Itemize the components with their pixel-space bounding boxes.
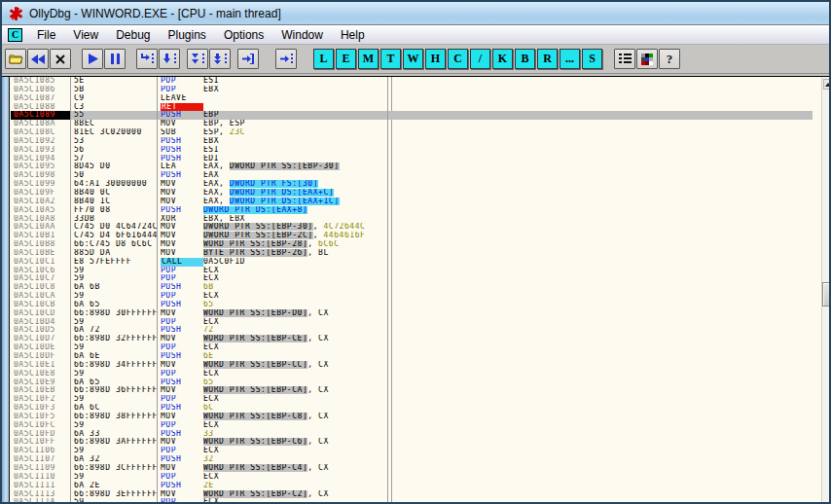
menu-item-file[interactable]: File [28,26,64,44]
disassembly-row[interactable]: 0A5C10FD6A 33PUSH33 [11,430,813,439]
disassembly-row[interactable]: 0A5C111366:898D 3EFFFFFFMOVWORD PTR SS:[… [11,490,813,499]
disassembly-row[interactable]: 0A5C10DE59POPECX [11,343,813,352]
disassembly-row[interactable]: 0A5C10B1C745 D4 6F616444MOVDWORD PTR SS:… [11,232,813,240]
row-operand: , CX [307,413,328,420]
disassembly-row[interactable]: 0A5C10CA59POPECX [11,292,813,301]
disassembly-row[interactable]: 0A5C108C81EC 3C020000SUBESP, 23C [11,128,813,137]
disassembly-row[interactable]: 0A5C10B866:C745 D8 6C6CMOVWORD PTR SS:[E… [11,240,813,249]
disassembly-row[interactable]: 0A5C10E166:898D 34FFFFFFMOVWORD PTR SS:[… [11,361,813,370]
windows-list-button[interactable] [614,49,635,69]
disassembly-row[interactable]: 0A5C10C659POPECX [11,267,813,275]
disassembly-row[interactable]: 0A5C10865BPOPEBX [11,86,813,94]
disassembly-row[interactable]: 0A5C108A8BECMOVEBP, ESP [11,120,813,128]
pause-button[interactable] [104,49,126,69]
disassembly-row[interactable]: 0A5C110966:898D 3CFFFFFFMOVWORD PTR SS:[… [11,464,813,473]
help-button[interactable]: ? [659,49,680,69]
scroll-up-button[interactable] [823,79,831,90]
disassembly-row[interactable]: 0A5C109964:A1 30000000MOVEAX, DWORD PTR … [11,180,813,189]
disassembly-row[interactable]: 0A5C10E859POPECX [11,370,813,378]
disassembly-row[interactable]: 0A5C10F259POPECX [11,395,813,404]
row-operand: 23C [230,128,245,136]
panel-button-L[interactable]: L [313,49,334,69]
disassembly-row[interactable]: 0A5C109457PUSHEDI [11,155,813,163]
disassembly-row[interactable]: 0A5C10855EPOPESI [11,77,813,86]
disassembly-row[interactable]: 0A5C10DF6A 6EPUSH6E [11,352,813,361]
disassembly-row[interactable]: 0A5C111059POPECX [11,473,813,482]
disassembly-row[interactable]: 0A5C10FC59POPECX [11,421,813,430]
row-hex-dump: 81EC 3C020000 [71,128,158,137]
disassembly-row[interactable]: 0A5C109F8B40 0CMOVEAX, DWORD PTR DS:[EAX… [11,189,813,198]
disassembly-row[interactable]: 0A5C1087C9LEAVE [11,94,813,103]
panel-button-C[interactable]: C [448,49,468,69]
row-disassembly: POPECX [158,370,387,378]
disassembly-row[interactable]: 0A5C10CB6A 65PUSH65 [11,301,813,309]
disassembly-row[interactable]: 0A5C10D56A 72PUSH72 [11,326,813,335]
panel-button-M[interactable]: M [358,49,379,69]
vertical-scrollbar[interactable] [821,77,831,502]
row-mnemonic: MOV [161,309,203,318]
disassembly-row[interactable]: 0A5C10C86A 6BPUSH6B [11,283,813,292]
disassembly-row[interactable]: 0A5C11076A 32PUSH32 [11,455,813,464]
scrollbar-thumb[interactable] [822,282,831,306]
disassembly-row[interactable]: 0A5C10D766:898D 32FFFFFFMOVWORD PTR SS:[… [11,335,813,343]
row-address: 0A5C10DF [11,352,71,361]
disassembly-row[interactable]: 0A5C111A59POPECX [11,498,813,502]
trace-into-button[interactable] [187,49,208,69]
disassembly-row[interactable]: 0A5C10958D45 D0LEAEAX, DWORD PTR SS:[EBP… [11,162,813,171]
disassembly-row[interactable]: 0A5C109253PUSHEBX [11,137,813,146]
row-disassembly: MOVWORD PTR SS:[EBP-C2], CX [158,490,387,499]
panel-button-R[interactable]: R [537,49,558,69]
trace-over-button[interactable] [209,49,231,69]
restart-button[interactable] [27,49,49,69]
panel-button-E[interactable]: E [336,49,356,69]
cpu-window-icon[interactable]: C [8,28,22,42]
disassembly-row[interactable]: 0A5C10A28B40 1CMOVEAX, DWORD PTR DS:[EAX… [11,198,813,206]
panel-button-slash[interactable]: / [470,49,490,69]
disassembly-row[interactable]: 0A5C10C759POPECX [11,274,813,283]
disassembly-row[interactable]: 0A5C10F36A 6CPUSH6C [11,404,813,413]
run-button[interactable] [82,49,103,69]
panel-button-K[interactable]: K [492,49,513,69]
disassembly-row[interactable]: 0A5C10D459POPECX [11,318,813,327]
disassembly-row[interactable]: 0A5C110659POPECX [11,447,813,455]
menu-item-help[interactable]: Help [332,26,374,44]
menu-item-plugins[interactable]: Plugins [160,26,215,44]
disassembly-row-selected[interactable]: 0A5C108955PUSHEBP [11,111,813,120]
disassembly-row[interactable]: 0A5C10A5FF70 08PUSHDWORD PTR DS:[EAX+8] [11,206,813,215]
panel-button-dots[interactable]: ... [560,49,580,69]
panel-button-S[interactable]: S [582,49,602,69]
panel-button-T[interactable]: T [380,49,401,69]
menu-item-window[interactable]: Window [272,26,332,44]
step-into-button[interactable] [136,49,158,69]
disassembly-row[interactable]: 0A5C10C1E8 57FEFFFFCALL0A5C0F1D [11,258,813,267]
panel-button-B[interactable]: B [515,49,535,69]
row-disassembly: POPECX [158,421,387,430]
disassembly-row[interactable]: 0A5C10AAC745 D0 4C64724CMOVDWORD PTR SS:… [11,223,813,232]
panel-button-W[interactable]: W [403,49,423,69]
close-button[interactable] [50,49,71,69]
menu-item-view[interactable]: View [64,26,107,44]
row-comment [387,498,388,502]
disassembly-row[interactable]: 0A5C109356PUSHESI [11,146,813,155]
menu-item-debug[interactable]: Debug [107,26,159,44]
menu-item-options[interactable]: Options [215,26,272,44]
title-bar[interactable]: OllyDbg - WINWORD.EXE - [CPU - main thre… [2,2,829,25]
disassembly-row[interactable]: 0A5C10BE885D DAMOVBYTE PTR SS:[EBP-26], … [11,249,813,258]
panel-button-H[interactable]: H [425,49,446,69]
row-mnemonic: POP [161,498,203,502]
disassembly-row[interactable]: 0A5C10CD66:898D 30FFFFFFMOVWORD PTR SS:[… [11,309,813,318]
disassembly-row[interactable]: 0A5C10FF66:898D 3AFFFFFFMOVWORD PTR SS:[… [11,438,813,447]
disassembly-row[interactable]: 0A5C10A833DBXOREBX, EBX [11,215,813,224]
open-file-button[interactable] [5,49,26,69]
disassembly-row[interactable]: 0A5C10E96A 65PUSH65 [11,378,813,387]
disassembly-row[interactable]: 0A5C11116A 2EPUSH2E [11,482,813,490]
disassembly-row[interactable]: 0A5C10EB66:898D 36FFFFFFMOVWORD PTR SS:[… [11,386,813,395]
execute-till-return-button[interactable] [237,49,259,69]
appearance-button[interactable] [636,49,658,69]
go-to-button[interactable] [275,49,297,69]
disassembly-row[interactable]: 0A5C10F566:898D 38FFFFFFMOVWORD PTR SS:[… [11,413,813,421]
disassembly-row[interactable]: 0A5C109850PUSHEAX [11,171,813,180]
row-disassembly: PUSH32 [158,455,387,464]
disassembly-row[interactable]: 0A5C1088C3RET [11,103,813,112]
step-over-button[interactable] [159,49,180,69]
